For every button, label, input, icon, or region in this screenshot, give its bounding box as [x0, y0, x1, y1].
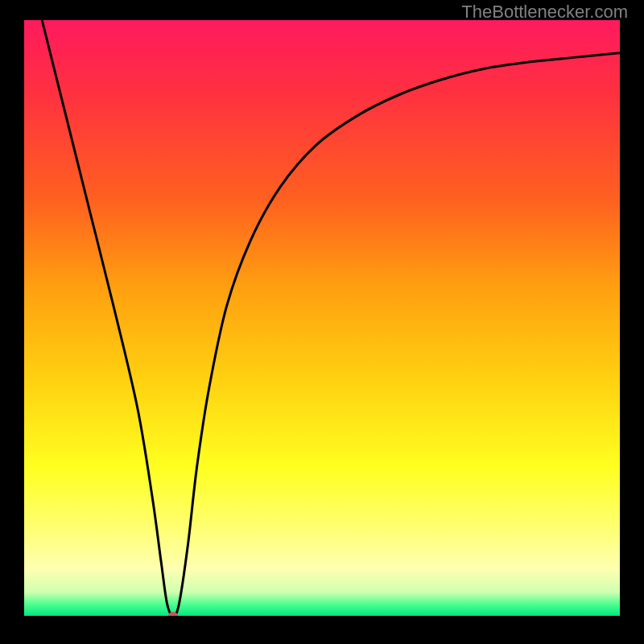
chart-container: TheBottlenecker.com [0, 0, 644, 644]
watermark-text: TheBottlenecker.com [461, 2, 628, 23]
plot-area [24, 20, 620, 616]
gradient-background [24, 20, 620, 616]
chart-svg [24, 20, 620, 616]
